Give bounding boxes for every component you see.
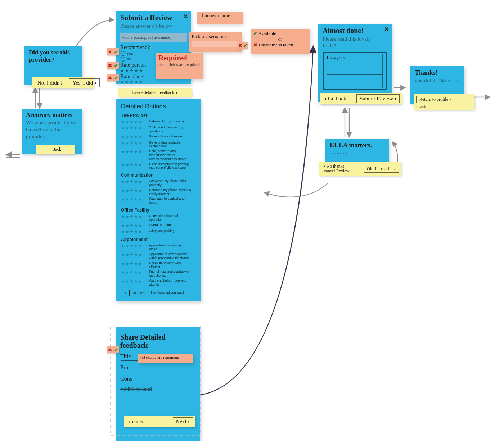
rating-label: Wait time before receiving attention — [149, 279, 192, 287]
yes-i-did-button[interactable]: Yes, I did › — [69, 78, 99, 87]
thanks-body: you did it. 246 or so. — [410, 77, 464, 87]
pros-input[interactable] — [121, 372, 150, 372]
almost-body: Please read this lovely EULA. — [318, 36, 392, 52]
rating-label: Gave a thorough exam — [149, 135, 182, 138]
share-additional-label: Additional stuff — [120, 387, 196, 392]
almost-title: Almost done! — [318, 24, 392, 36]
accuracy-body: We won't post it if you haven't seen thi… — [22, 119, 82, 142]
star-rating[interactable]: ★★★★★ — [121, 214, 145, 219]
chevron-right-icon: › — [186, 418, 190, 424]
rating-row: ★★★★★Overall comfort — [121, 223, 197, 228]
cons-input[interactable] — [121, 383, 150, 383]
star-rating[interactable]: ★★★★★ — [121, 229, 145, 234]
rating-row: ★★★★★Care, concern and responsiveness of… — [121, 149, 197, 161]
close-icon[interactable]: ✕ — [183, 13, 188, 20]
rating-label: Check-in process was efficient — [149, 261, 192, 269]
star-rating[interactable]: ★★★★★ — [121, 252, 145, 257]
no-i-didnt-button[interactable]: No, I didn't — [35, 79, 65, 87]
share-buttons: ‹ cancel Next › — [124, 416, 195, 427]
chevron-right-icon: › — [393, 166, 396, 171]
share-pros-label: Pros — [120, 364, 196, 371]
star-rating[interactable]: ★★★★★ — [121, 197, 145, 202]
rating-row: ★★★★★Adequate parking — [121, 229, 197, 234]
chevron-right-icon: › — [93, 79, 96, 86]
rating-row: ★★★★★Listened to my concerns — [121, 119, 197, 124]
star-rating[interactable]: ★★★★★ — [121, 162, 145, 167]
submit-title: Submit a Review — [116, 11, 191, 23]
share-cons-label: Cons — [120, 376, 196, 382]
star-rating[interactable]: ★★★★★ — [121, 135, 145, 140]
rating-label: Took time to answer my questions — [149, 126, 192, 133]
eula-buttons: ‹ No thanks, cancel Review Ok, I'll read… — [319, 162, 401, 176]
rating-label: Clear instructions regarding medication/… — [149, 162, 192, 170]
rating-label: Answered my phone calls promptly — [149, 179, 192, 187]
minutes-input[interactable]: 1 — [121, 290, 130, 296]
star-rating[interactable]: ★★★★★ — [121, 149, 145, 154]
thanks-title: Thanks! — [410, 66, 464, 77]
star-rating[interactable]: ★★★★★ — [121, 179, 145, 184]
scrollbar[interactable] — [382, 54, 385, 88]
rating-label: Was easy to contact after hours — [149, 197, 192, 205]
next-button[interactable]: Next › — [173, 417, 193, 426]
go-back-button[interactable]: ‹ Go back — [322, 95, 349, 103]
ratings-section-title: Office Facility — [121, 208, 197, 213]
rating-label: Gave understandable explanations — [149, 141, 192, 149]
star-rating[interactable]: ★★★★★ — [121, 119, 145, 124]
eula-title: EULA matters. — [325, 139, 389, 150]
star-rating[interactable]: ★★★★★ — [121, 279, 145, 284]
card-pick-username: Pick a Username: — [189, 32, 242, 52]
close-icon[interactable]: ✕ — [384, 26, 389, 33]
card-required: Required these fields are required — [156, 53, 203, 79]
rating-label: Adequate parking — [149, 229, 175, 233]
rate-place-stars[interactable]: ★★★★★ — [120, 79, 186, 85]
ratings-section-title: The Provider — [121, 113, 197, 118]
validate-title: ✖✔ — [107, 346, 119, 353]
star-rating[interactable]: ★★★★★ — [121, 141, 145, 146]
rating-row: ★★★★★Friendliness and courtesy of recept… — [121, 270, 197, 278]
rating-label: Appointment was easy to make — [149, 244, 192, 251]
rating-row: ★★★★★Gave a thorough exam — [121, 135, 197, 140]
note-if-no-username: if no username — [197, 12, 243, 24]
flow-canvas: Did you see this provider? No, I didn't … — [0, 0, 504, 441]
chevron-left-icon: ‹ — [325, 95, 328, 101]
ratings-section-title: Communication — [121, 173, 197, 178]
validate-recommend: ✖✔ — [107, 48, 119, 55]
star-rating[interactable]: ★★★★★ — [121, 261, 145, 266]
back-button[interactable]: ‹ Back — [50, 147, 61, 152]
rating-row: ★★★★★Check-in process was efficient — [121, 261, 197, 269]
posting-as-field[interactable]: you're posting as [username] — [120, 33, 187, 42]
rating-label: Overall comfort — [149, 223, 171, 227]
see-provider-title: Did you see this provider? — [24, 46, 82, 64]
username-input[interactable] — [192, 41, 239, 47]
submit-review-button[interactable]: Submit Review › — [356, 94, 400, 103]
rating-row: ★★★★★Returned my phone calls in a timely… — [121, 188, 197, 196]
see-provider-buttons: No, I didn't Yes, I did › — [32, 77, 94, 88]
star-rating[interactable]: ★★★★★ — [121, 223, 145, 228]
star-rating[interactable]: ★★★★★ — [121, 270, 145, 275]
rating-row: ★★★★★Answered my phone calls promptly — [121, 179, 197, 187]
eula-doc-title: Lawyers! — [327, 55, 383, 61]
eula-no-thanks-button[interactable]: ‹ No thanks, cancel Review — [321, 163, 359, 174]
status-or: or — [253, 36, 307, 42]
eula-ok-button[interactable]: Ok, I'll read it › — [364, 165, 399, 173]
status-available: ✔ Available — [253, 31, 307, 36]
validate-username: ✖✔ — [238, 42, 248, 49]
detailed-toggle[interactable]: Leave detailed feedback ▾ — [118, 88, 192, 97]
card-almost-done: ✕ Almost done! Please read this lovely E… — [318, 24, 392, 102]
rating-row: ★★★★★Wait time before receiving attentio… — [121, 279, 197, 287]
rating-row: ★★★★★Appointment was easy to make — [121, 244, 197, 251]
star-rating[interactable]: ★★★★★ — [121, 188, 145, 193]
status-taken: ✖ Username is taken — [253, 42, 307, 48]
rating-row: ★★★★★Clear instructions regarding medica… — [121, 162, 197, 170]
minutes-prompt: How long did you wait? — [151, 291, 185, 295]
rating-label: Appointment was available within reasona… — [149, 252, 192, 260]
rating-label: Friendliness and courtesy of receptionis… — [149, 270, 192, 278]
rating-label: Care, concern and responsiveness of nurs… — [149, 149, 192, 161]
card-username-status: ✔ Available or ✖ Username is taken — [251, 29, 310, 54]
cancel-button[interactable]: ‹ cancel — [126, 418, 149, 426]
return-to-profile-button[interactable]: Return to profile › — [416, 96, 454, 103]
star-rating[interactable]: ★★★★★ — [121, 244, 145, 249]
recommend-label: Recommend? — [120, 44, 186, 50]
almost-buttons: ‹ Go back Submit Review › — [320, 93, 402, 104]
star-rating[interactable]: ★★★★★ — [121, 126, 145, 131]
